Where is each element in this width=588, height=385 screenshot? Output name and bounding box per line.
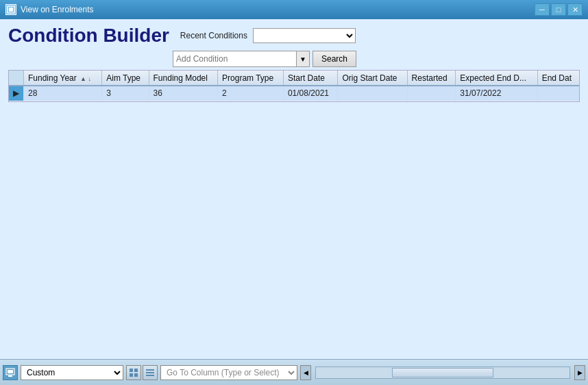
svg-rect-3 [8, 370, 13, 373]
col-header-end-date[interactable]: End Dat [537, 71, 579, 86]
table-row[interactable]: ▶ 28 3 36 2 01/08/2021 31/07/2022 [9, 86, 579, 101]
title-bar: View on Enrolments ─ □ ✕ [0, 0, 588, 19]
app-icon [5, 4, 16, 15]
col-header-funding-model[interactable]: Funding Model [149, 71, 218, 86]
svg-rect-10 [146, 372, 154, 373]
cell-aim-type: 3 [102, 86, 149, 101]
col-header-expected-end-date[interactable]: Expected End D... [456, 71, 537, 86]
cell-funding-year: 28 [24, 86, 102, 101]
status-icon[interactable] [3, 365, 18, 380]
svg-rect-9 [146, 369, 154, 371]
minimize-button[interactable]: ─ [535, 3, 550, 16]
row-selector-header [9, 71, 24, 86]
maximize-button[interactable]: □ [551, 3, 566, 16]
cell-end-date [537, 86, 579, 101]
row-selector: ▶ [9, 86, 24, 101]
window-controls: ─ □ ✕ [535, 3, 583, 16]
page-title: Condition Builder [8, 25, 169, 47]
data-table-wrapper: Funding Year ▲ ↓ Aim Type Funding Model … [8, 70, 580, 102]
col-header-aim-type[interactable]: Aim Type [102, 71, 149, 86]
cell-start-date: 01/08/2021 [283, 86, 337, 101]
scrollbar-thumb[interactable] [392, 368, 493, 377]
col-header-funding-year[interactable]: Funding Year ▲ ↓ [24, 71, 102, 86]
search-button[interactable]: Search [313, 51, 356, 67]
goto-column-select[interactable]: Go To Column (Type or Select) [160, 365, 297, 380]
custom-select[interactable]: Custom [21, 365, 123, 380]
col-header-start-date[interactable]: Start Date [283, 71, 337, 86]
svg-rect-1 [9, 8, 13, 12]
grid-icon-1[interactable] [126, 365, 141, 380]
add-condition-input[interactable] [173, 51, 296, 67]
window-title: View on Enrolments [21, 5, 535, 14]
data-table: Funding Year ▲ ↓ Aim Type Funding Model … [9, 71, 579, 101]
cell-restarted [407, 86, 456, 101]
col-header-orig-start-date[interactable]: Orig Start Date [338, 71, 407, 86]
table-header-row: Funding Year ▲ ↓ Aim Type Funding Model … [9, 71, 579, 86]
cell-program-type: 2 [218, 86, 284, 101]
svg-rect-8 [134, 373, 138, 377]
svg-rect-5 [130, 369, 133, 372]
svg-rect-6 [134, 369, 138, 372]
col-header-program-type[interactable]: Program Type [218, 71, 284, 86]
grid-icons [126, 365, 158, 380]
window-body: Condition Builder Recent Conditions ▼ Se… [0, 19, 588, 359]
recent-conditions-label: Recent Conditions [180, 31, 247, 40]
grid-icon-2[interactable] [143, 365, 158, 380]
cell-funding-model: 36 [149, 86, 218, 101]
horizontal-scrollbar[interactable] [315, 367, 570, 379]
recent-conditions-select[interactable] [253, 28, 356, 43]
cell-orig-start-date [338, 86, 407, 101]
cell-expected-end-date: 31/07/2022 [456, 86, 537, 101]
header-area: Condition Builder Recent Conditions [8, 25, 580, 47]
svg-rect-11 [146, 375, 154, 376]
scroll-left-button[interactable]: ◀ [300, 365, 311, 380]
status-bar: Custom Go To Column (Type or Select) ◀ ▶ [0, 359, 588, 385]
add-condition-dropdown[interactable]: ▼ [296, 51, 310, 67]
svg-rect-7 [130, 373, 133, 377]
close-button[interactable]: ✕ [567, 3, 583, 16]
svg-rect-4 [8, 375, 12, 377]
col-header-restarted[interactable]: Restarted [407, 71, 456, 86]
add-condition-row: ▼ Search [173, 51, 580, 67]
scroll-right-button[interactable]: ▶ [574, 365, 585, 380]
